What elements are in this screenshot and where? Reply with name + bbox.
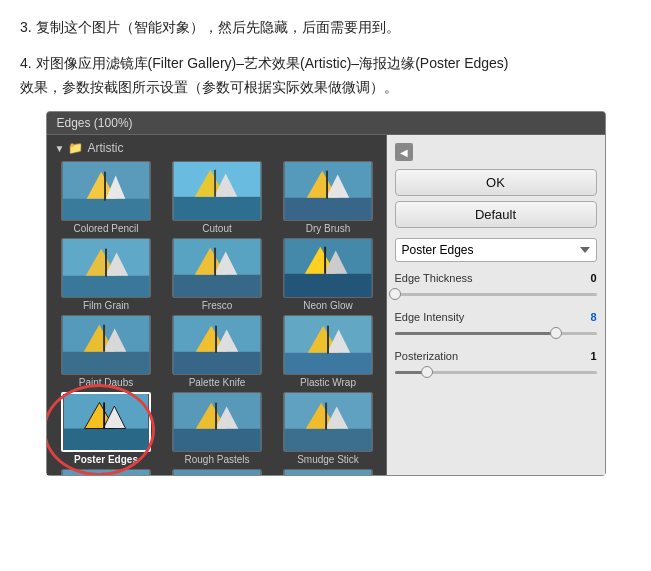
panel-titlebar: Edges (100%) <box>47 112 605 135</box>
svg-rect-31 <box>63 352 150 374</box>
svg-rect-24 <box>214 248 216 276</box>
thumb-watercolor[interactable]: Watercolor <box>275 469 382 475</box>
svg-rect-29 <box>324 247 326 274</box>
expand-icon: ▼ <box>55 143 65 154</box>
thumb-label-paint-daubs: Paint Daubs <box>79 377 133 388</box>
thumb-label-poster-edges: Poster Edges <box>74 454 138 465</box>
svg-rect-9 <box>214 170 216 197</box>
thumbnail-grid: Colored Pencil Cutout <box>53 161 382 475</box>
svg-rect-4 <box>104 172 106 201</box>
edge-intensity-thumb[interactable] <box>550 327 562 339</box>
svg-rect-39 <box>215 326 217 353</box>
svg-rect-26 <box>285 274 372 297</box>
edge-intensity-row: Edge Intensity 8 <box>395 311 597 340</box>
step4-line1: 4. 对图像应用滤镜库(Filter Gallery)–艺术效果(Artisti… <box>20 55 509 71</box>
posterization-value: 1 <box>577 350 597 362</box>
posterization-thumb[interactable] <box>421 366 433 378</box>
default-button[interactable]: Default <box>395 201 597 228</box>
step4-text: 4. 对图像应用滤镜库(Filter Gallery)–艺术效果(Artisti… <box>20 52 631 100</box>
thumb-smudge-stick[interactable]: Smudge Stick <box>275 392 382 465</box>
thumb-underpainting[interactable]: Underpainting <box>164 469 271 475</box>
filter-select[interactable]: Poster Edges Colored Pencil Cutout Dry B… <box>395 238 597 262</box>
thumb-neon-glow[interactable]: Neon Glow <box>275 238 382 311</box>
thumb-cutout[interactable]: Cutout <box>164 161 271 234</box>
thumb-label-smudge-stick: Smudge Stick <box>297 454 359 465</box>
svg-rect-19 <box>105 249 107 277</box>
svg-rect-70 <box>285 470 372 475</box>
thumb-label-film-grain: Film Grain <box>83 300 129 311</box>
thumb-label-plastic-wrap: Plastic Wrap <box>300 377 356 388</box>
step3-text: 3. 复制这个图片（智能对象），然后先隐藏，后面需要用到。 <box>20 16 631 40</box>
filter-gallery-panel: Edges (100%) ▼ 📁 Artistic <box>46 111 606 476</box>
thumb-film-grain[interactable]: Film Grain <box>53 238 160 311</box>
thumb-poster-edges[interactable]: Poster Edges <box>53 392 160 465</box>
svg-rect-16 <box>63 276 150 297</box>
edge-thickness-label: Edge Thickness <box>395 272 473 284</box>
svg-rect-46 <box>64 429 148 450</box>
panel-title: Edges (100%) <box>57 116 133 130</box>
edge-thickness-track <box>395 287 597 301</box>
thumb-dry-brush[interactable]: Dry Brush <box>275 161 382 234</box>
thumb-label-neon-glow: Neon Glow <box>303 300 352 311</box>
svg-rect-60 <box>63 470 150 475</box>
svg-rect-49 <box>103 403 105 429</box>
edge-thickness-row: Edge Thickness 0 <box>395 272 597 301</box>
svg-rect-41 <box>285 353 372 374</box>
svg-rect-51 <box>174 429 261 451</box>
svg-rect-21 <box>174 275 261 297</box>
thumb-label-dry-brush: Dry Brush <box>306 223 350 234</box>
edge-intensity-fill <box>395 332 557 335</box>
thumb-paint-daubs[interactable]: Paint Daubs <box>53 315 160 388</box>
edge-intensity-track <box>395 326 597 340</box>
thumb-rough-pastels[interactable]: Rough Pastels <box>164 392 271 465</box>
sliders-section: Edge Thickness 0 Edge Intensity 8 <box>395 272 597 379</box>
edge-thickness-value: 0 <box>577 272 597 284</box>
thumb-label-colored-pencil: Colored Pencil <box>73 223 138 234</box>
svg-rect-36 <box>174 352 261 374</box>
ok-button[interactable]: OK <box>395 169 597 196</box>
svg-rect-11 <box>285 198 372 220</box>
thumbnail-panel: ▼ 📁 Artistic Colo <box>47 135 387 475</box>
thumb-label-cutout: Cutout <box>202 223 231 234</box>
svg-rect-59 <box>325 403 327 430</box>
thumb-label-fresco: Fresco <box>202 300 233 311</box>
category-header: ▼ 📁 Artistic <box>53 141 382 155</box>
action-buttons: OK Default <box>395 169 597 228</box>
collapse-panel-button[interactable]: ◀ <box>395 143 413 161</box>
svg-rect-6 <box>174 197 261 220</box>
filter-select-row: Poster Edges Colored Pencil Cutout Dry B… <box>395 238 597 262</box>
thumb-label-palette-knife: Palette Knife <box>189 377 246 388</box>
settings-panel: ◀ OK Default Poster Edges Colored Pencil… <box>387 135 605 475</box>
svg-rect-56 <box>285 429 372 451</box>
svg-rect-44 <box>327 326 329 354</box>
posterization-row: Posterization 1 <box>395 350 597 379</box>
edge-intensity-label: Edge Intensity <box>395 311 465 323</box>
thumb-sponge[interactable]: Sponge <box>53 469 160 475</box>
step4-line2: 效果，参数按截图所示设置（参数可根据实际效果做微调）。 <box>20 79 398 95</box>
thumb-palette-knife[interactable]: Palette Knife <box>164 315 271 388</box>
thumb-colored-pencil[interactable]: Colored Pencil <box>53 161 160 234</box>
folder-icon: 📁 <box>68 141 83 155</box>
thumb-fresco[interactable]: Fresco <box>164 238 271 311</box>
posterization-label: Posterization <box>395 350 459 362</box>
svg-rect-34 <box>103 325 105 352</box>
svg-rect-54 <box>215 403 217 430</box>
edge-intensity-value: 8 <box>577 311 597 323</box>
svg-rect-65 <box>174 470 261 475</box>
category-label: Artistic <box>87 141 123 155</box>
svg-rect-14 <box>326 171 328 199</box>
thumb-plastic-wrap[interactable]: Plastic Wrap <box>275 315 382 388</box>
svg-rect-1 <box>63 199 150 220</box>
thumb-label-rough-pastels: Rough Pastels <box>184 454 249 465</box>
edge-thickness-thumb[interactable] <box>389 288 401 300</box>
posterization-track <box>395 365 597 379</box>
